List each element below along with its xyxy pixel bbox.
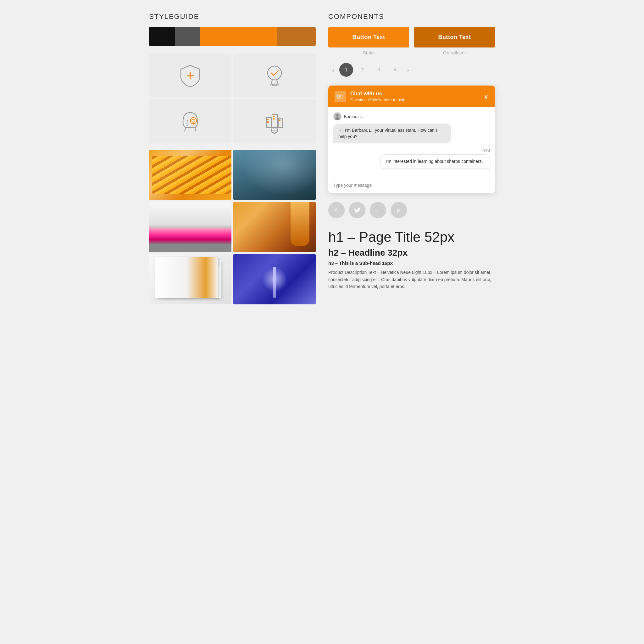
components-section: COMPONENTS Button Text Button Text Stati… xyxy=(328,13,495,304)
svg-rect-21 xyxy=(267,119,269,120)
typography-h2: h2 – Headline 32px xyxy=(328,248,495,258)
icon-grid xyxy=(149,53,316,143)
typography-body: Product Description Text – Helvetica Neu… xyxy=(328,269,495,290)
agent-avatar xyxy=(333,112,341,120)
pagination: ‹ 1 2 3 4 › xyxy=(328,63,495,77)
icon-cell-shield xyxy=(149,53,231,97)
swatch-black xyxy=(149,27,175,46)
svg-rect-14 xyxy=(196,120,197,121)
prev-page-button[interactable]: ‹ xyxy=(330,65,337,75)
social-icons-row: f in p xyxy=(328,202,495,218)
svg-rect-13 xyxy=(190,120,191,121)
primary-button[interactable]: Button Text xyxy=(328,27,409,47)
speech-bubble-icon xyxy=(337,94,343,99)
svg-rect-25 xyxy=(279,119,280,121)
components-title: COMPONENTS xyxy=(328,13,495,21)
svg-rect-19 xyxy=(272,114,278,128)
next-page-button[interactable]: › xyxy=(405,65,412,75)
photo-grid xyxy=(149,150,316,304)
typography-h3: h3 – This is a Sub-head 16px xyxy=(328,260,495,266)
swatch-dark-gray xyxy=(175,27,201,46)
shield-medical-icon xyxy=(178,63,203,88)
page-1-button[interactable]: 1 xyxy=(339,63,353,77)
chat-body: Barbara L. Hi, I'm Barbara L., your virt… xyxy=(328,107,495,177)
photo-ampoules xyxy=(149,150,231,200)
svg-rect-24 xyxy=(273,118,275,119)
svg-rect-11 xyxy=(193,117,194,118)
you-label: You xyxy=(333,148,490,153)
chat-icon xyxy=(335,91,346,102)
photo-surgeon xyxy=(233,150,316,200)
static-label: Static xyxy=(328,50,409,55)
icon-cell-head-gear xyxy=(149,99,231,143)
chat-header-text: Chat with us Questions? We're here to he… xyxy=(350,91,407,102)
chat-header-left: Chat with us Questions? We're here to he… xyxy=(335,91,407,102)
hover-button[interactable]: Button Text xyxy=(414,27,495,47)
svg-point-2 xyxy=(268,66,281,80)
icon-cell-award xyxy=(233,53,316,97)
svg-point-17 xyxy=(186,120,188,121)
page-2-button[interactable]: 2 xyxy=(356,63,369,77)
pinterest-icon[interactable]: p xyxy=(391,202,407,218)
swatch-orange xyxy=(200,27,277,46)
styleguide-section: STYLEGUIDE xyxy=(149,13,316,304)
svg-rect-23 xyxy=(273,116,275,117)
typography-h1: h1 – Page Title 52px xyxy=(328,230,495,245)
svg-point-16 xyxy=(186,125,188,126)
twitter-icon[interactable] xyxy=(349,202,365,218)
color-palette xyxy=(149,27,316,46)
user-message-bubble: I'm interested in learning about sharps … xyxy=(380,154,490,169)
building-globe-icon xyxy=(262,109,287,134)
agent-avatar-icon xyxy=(334,113,341,120)
page-4-button[interactable]: 4 xyxy=(388,63,402,77)
facebook-icon[interactable]: f xyxy=(328,202,345,218)
agent-name: Barbara L. xyxy=(344,114,363,119)
chat-widget: Chat with us Questions? We're here to he… xyxy=(328,86,495,193)
svg-rect-18 xyxy=(266,118,271,128)
svg-rect-30 xyxy=(337,94,343,98)
linkedin-icon[interactable]: in xyxy=(370,202,386,218)
photo-needle xyxy=(149,202,231,252)
typography-section: h1 – Page Title 52px h2 – Headline 32px … xyxy=(328,230,495,290)
photo-pipette xyxy=(233,202,316,252)
chat-input-area[interactable] xyxy=(328,177,495,193)
svg-rect-12 xyxy=(193,123,194,125)
chat-header: Chat with us Questions? We're here to he… xyxy=(328,86,495,107)
photo-blur-blue xyxy=(233,254,316,304)
button-labels: Static On rollover xyxy=(328,50,495,55)
agent-message-bubble: Hi, I'm Barbara L., your virtual assista… xyxy=(333,124,451,143)
rollover-label: On rollover xyxy=(414,50,495,55)
svg-point-15 xyxy=(186,122,188,124)
styleguide-title: STYLEGUIDE xyxy=(149,13,316,21)
page-3-button[interactable]: 3 xyxy=(372,63,386,77)
chat-chevron-button[interactable]: ∨ xyxy=(484,92,489,101)
agent-row: Barbara L. xyxy=(333,112,490,120)
svg-line-8 xyxy=(195,128,196,131)
svg-point-9 xyxy=(190,118,197,124)
svg-text:p: p xyxy=(397,208,400,213)
chat-title: Chat with us xyxy=(350,91,407,97)
swatch-dark-orange xyxy=(277,27,316,46)
svg-rect-22 xyxy=(267,121,269,123)
svg-point-34 xyxy=(336,114,339,117)
svg-text:in: in xyxy=(375,208,379,212)
svg-text:f: f xyxy=(335,208,337,213)
chat-subtitle: Questions? We're here to help. xyxy=(350,97,407,102)
award-check-icon xyxy=(262,63,287,88)
head-gear-icon xyxy=(178,109,203,134)
photo-brochure xyxy=(149,254,231,304)
svg-point-10 xyxy=(192,119,195,122)
svg-line-7 xyxy=(185,128,186,131)
icon-cell-building-globe xyxy=(233,99,316,143)
chat-message-input[interactable] xyxy=(333,183,490,188)
buttons-row: Button Text Button Text xyxy=(328,27,495,47)
